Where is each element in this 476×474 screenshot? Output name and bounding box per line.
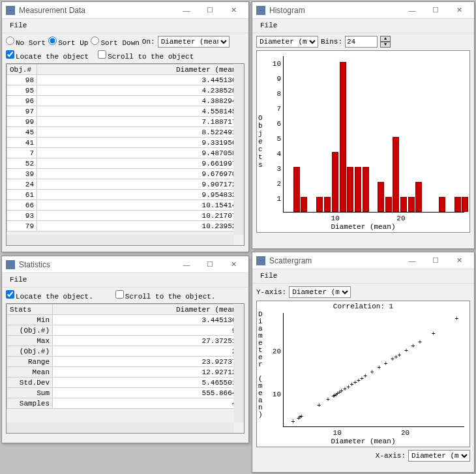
vertical-scrollbar[interactable]	[233, 304, 244, 422]
col-obj[interactable]: Obj.#	[7, 65, 37, 75]
on-label: On:	[142, 38, 155, 46]
variable-select[interactable]: Diameter (me	[256, 36, 318, 48]
sort-none-radio[interactable]: No Sort	[6, 37, 46, 47]
stat-label-cell: Mean	[7, 367, 53, 378]
file-menu[interactable]: File	[256, 271, 281, 281]
bins-down-button[interactable]: ▼	[380, 42, 391, 48]
file-menu[interactable]: File	[6, 20, 31, 31]
horizontal-scrollbar[interactable]	[7, 422, 233, 433]
value-cell: 4.3882947	[37, 96, 244, 106]
maximize-button[interactable]: ☐	[424, 254, 447, 267]
stat-value-cell: 27.372515	[53, 336, 244, 346]
statistics-titlebar[interactable]: Statistics — ☐ ✕	[2, 256, 248, 273]
scatter-point: +	[454, 316, 458, 323]
table-row[interactable]: Max27.372515	[7, 336, 244, 346]
stat-label-cell: Range	[7, 357, 53, 367]
scatter-titlebar[interactable]: Scattergram — ☐ ✕	[252, 252, 474, 269]
table-row[interactable]: 983.4451368	[7, 75, 244, 85]
minimize-button[interactable]: —	[401, 254, 423, 267]
stat-value-cell: 3.4451368	[53, 315, 244, 325]
table-row[interactable]: 997.1887174	[7, 117, 244, 127]
close-button[interactable]: ✕	[222, 258, 245, 271]
histogram-bar	[408, 197, 415, 212]
col-diameter[interactable]: Diameter (mean)	[37, 65, 244, 75]
table-row[interactable]: 954.2385287	[7, 85, 244, 96]
minimize-button[interactable]: —	[175, 4, 198, 17]
obj-cell: 95	[7, 85, 37, 96]
file-menu[interactable]: File	[6, 274, 31, 285]
table-row[interactable]: 399.6769705	[7, 169, 244, 179]
locate-checkbox[interactable]: Locate the object.	[6, 290, 93, 301]
table-row[interactable]: 964.3882947	[7, 96, 244, 106]
sort-up-radio[interactable]: Sort Up	[48, 37, 88, 47]
table-row[interactable]: (Obj.#)98	[7, 325, 244, 336]
yaxis-select[interactable]: Diameter (me	[289, 286, 351, 298]
measurement-titlebar[interactable]: Measurement Data — ☐ ✕	[2, 2, 248, 19]
value-cell: 9.3319569	[37, 138, 244, 148]
table-row[interactable]: 249.9071722	[7, 179, 244, 190]
scatter-point: +	[363, 374, 367, 380]
minimize-button[interactable]: —	[175, 258, 198, 271]
file-menu[interactable]: File	[256, 20, 281, 31]
scatter-point: +	[326, 397, 330, 404]
table-row[interactable]: 974.5581455	[7, 106, 244, 117]
y-tick: 20	[269, 348, 281, 355]
close-button[interactable]: ✕	[448, 4, 470, 17]
sort-down-radio[interactable]: Sort Down	[91, 37, 139, 47]
horizontal-scrollbar[interactable]	[7, 235, 233, 245]
table-row[interactable]: 6610.154148	[7, 200, 244, 211]
vertical-scrollbar[interactable]	[233, 64, 244, 235]
maximize-button[interactable]: ☐	[199, 258, 221, 271]
close-button[interactable]: ✕	[448, 254, 470, 267]
col-stats[interactable]: Stats	[7, 304, 53, 315]
table-row[interactable]: (Obj.#)22	[7, 346, 244, 357]
close-button[interactable]: ✕	[222, 4, 245, 17]
table-row[interactable]: Min3.4451368	[7, 315, 244, 325]
histogram-bar	[454, 197, 461, 212]
scatter-y-axis-label: Diameter (mean)	[258, 311, 263, 419]
histogram-titlebar[interactable]: Histogram — ☐ ✕	[252, 2, 474, 19]
stat-value-cell: 23.927378	[53, 357, 244, 367]
table-row[interactable]: 419.3319569	[7, 138, 244, 148]
app-icon	[256, 256, 265, 265]
table-row[interactable]: Std.Dev5.4655018	[7, 378, 244, 388]
on-select[interactable]: Diameter (mean)	[158, 36, 230, 48]
histogram-bar	[340, 62, 346, 212]
table-row[interactable]: Range23.927378	[7, 357, 244, 367]
obj-cell: 45	[7, 127, 37, 138]
xaxis-select[interactable]: Diameter (me	[408, 450, 470, 462]
value-cell: 10.239523	[37, 221, 244, 231]
histogram-bar	[324, 197, 331, 212]
table-row[interactable]: 7910.239523	[7, 221, 244, 231]
table-row[interactable]: 458.5224915	[7, 127, 244, 138]
scatter-point: +	[384, 361, 388, 368]
y-tick: 3	[269, 165, 281, 173]
y-tick: 2	[269, 180, 281, 188]
bins-up-button[interactable]: ▲	[380, 36, 391, 42]
table-row[interactable]: Mean12.927127	[7, 367, 244, 378]
maximize-button[interactable]: ☐	[199, 4, 221, 17]
table-row[interactable]: 9310.217079	[7, 211, 244, 221]
col-diameter[interactable]: Diameter (mean)	[53, 304, 244, 315]
table-row[interactable]: 529.6619978	[7, 158, 244, 169]
table-row[interactable]: Samples43	[7, 398, 244, 409]
table-row[interactable]: 79.4870586	[7, 148, 244, 158]
value-cell: 9.6769705	[37, 169, 244, 179]
table-row[interactable]: 619.9548328	[7, 190, 244, 200]
scrollto-checkbox[interactable]: Scroll to the object	[98, 50, 194, 61]
table-row[interactable]: Sum555.86646	[7, 388, 244, 398]
x-tick: 20	[396, 215, 405, 222]
maximize-button[interactable]: ☐	[424, 4, 447, 17]
obj-cell: 39	[7, 169, 37, 179]
scrollto-checkbox[interactable]: Scroll to the object.	[115, 290, 216, 301]
locate-checkbox[interactable]: Locate the object	[6, 50, 89, 61]
bins-input[interactable]	[345, 36, 378, 48]
histogram-bar	[347, 167, 353, 212]
histogram-menubar: File	[252, 19, 474, 33]
stat-label-cell: Samples	[7, 398, 53, 409]
obj-cell: 96	[7, 96, 37, 106]
minimize-button[interactable]: —	[401, 4, 423, 17]
histogram-window: Histogram — ☐ ✕ File Diameter (me Bins: …	[252, 1, 475, 249]
histogram-bar	[301, 197, 307, 212]
x-tick: 20	[401, 429, 409, 437]
